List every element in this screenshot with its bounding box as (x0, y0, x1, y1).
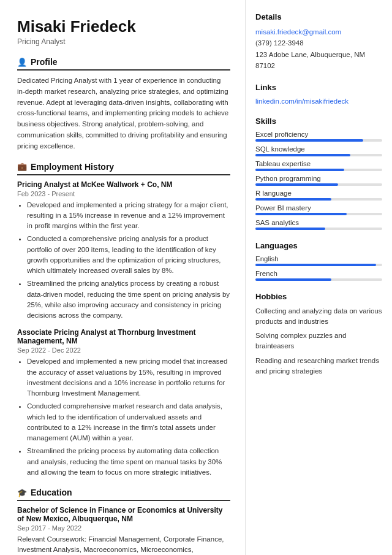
linkedin-link[interactable]: linkedin.com/in/misakifriedeck (255, 98, 349, 105)
skill-item: Excel proficiency (255, 131, 382, 142)
skill-bar-fill (255, 169, 344, 171)
education-section: 🎓 Education Bachelor of Science in Finan… (17, 488, 230, 555)
education-heading: 🎓 Education (17, 488, 230, 501)
language-item: French (255, 270, 382, 281)
skill-label: Tableau expertise (255, 160, 382, 167)
left-column: Misaki Friedeck Pricing Analyst 👤 Profil… (0, 0, 245, 555)
hobby-item: Solving complex puzzles and brainteasers (255, 331, 382, 352)
language-bar-bg (255, 278, 382, 281)
skill-label: R language (255, 189, 382, 197)
education-icon: 🎓 (17, 488, 27, 497)
employment-section: 💼 Employment History Pricing Analyst at … (17, 162, 230, 478)
job-bullets: Developed and implemented a pricing stra… (17, 200, 230, 321)
hobbies-heading: Hobbies (255, 292, 382, 301)
skill-bar-fill (255, 139, 363, 142)
profile-text: Dedicated Pricing Analyst with 1 year of… (17, 75, 230, 152)
skill-item: Tableau expertise (255, 160, 382, 171)
language-label: French (255, 270, 382, 277)
skill-item: R language (255, 189, 382, 201)
bullet-item: Conducted a comprehensive pricing analys… (27, 234, 230, 276)
language-bar-fill (255, 278, 331, 281)
profile-section: 👤 Profile Dedicated Pricing Analyst with… (17, 57, 230, 152)
hobby-item: Collecting and analyzing data on various… (255, 306, 382, 327)
skill-item: Python programming (255, 175, 382, 186)
skill-bar-fill (255, 228, 325, 230)
language-bar-bg (255, 264, 382, 266)
bullet-item: Streamlined the pricing process by autom… (27, 446, 230, 478)
education-degree: Bachelor of Science in Finance or Econom… (17, 506, 230, 523)
job-title: Associate Pricing Analyst at Thornburg I… (17, 328, 230, 345)
skill-bar-bg (255, 183, 382, 186)
skill-label: SAS analytics (255, 219, 382, 226)
right-column: Details misaki.friedeck@gmail.com (379) … (245, 0, 392, 555)
details-heading: Details (255, 12, 382, 21)
details-section: Details misaki.friedeck@gmail.com (379) … (255, 12, 382, 72)
links-section: Links linkedin.com/in/misakifriedeck (255, 83, 382, 105)
job-item: Associate Pricing Analyst at Thornburg I… (17, 328, 230, 478)
skill-label: SQL knowledge (255, 145, 382, 153)
education-date: Sep 2017 - May 2022 (17, 524, 230, 532)
skill-item: SQL knowledge (255, 145, 382, 156)
skill-bar-bg (255, 228, 382, 230)
email-link[interactable]: misaki.friedeck@gmail.com (255, 28, 341, 36)
skill-item: SAS analytics (255, 219, 382, 230)
language-label: English (255, 255, 382, 262)
skill-bar-fill (255, 198, 331, 201)
bullet-item: Developed and implemented a new pricing … (27, 356, 230, 399)
links-heading: Links (255, 83, 382, 92)
employment-icon: 💼 (17, 162, 27, 171)
hobby-item: Reading and researching market trends an… (255, 356, 382, 377)
page: Misaki Friedeck Pricing Analyst 👤 Profil… (0, 0, 392, 555)
profile-icon: 👤 (17, 58, 27, 67)
skill-item: Power BI mastery (255, 204, 382, 215)
skill-label: Power BI mastery (255, 204, 382, 212)
job-item: Pricing Analyst at McKee Wallwork + Co, … (17, 180, 230, 321)
bullet-item: Conducted comprehensive market research … (27, 401, 230, 443)
address: 123 Adobe Lane, Albuquerque, NM 87102 (255, 49, 382, 72)
languages-section: Languages English French (255, 241, 382, 281)
candidate-name: Misaki Friedeck (17, 17, 230, 36)
profile-heading: 👤 Profile (17, 57, 230, 71)
skill-bar-bg (255, 169, 382, 171)
skill-bar-bg (255, 139, 382, 142)
language-bar-fill (255, 264, 376, 266)
skill-bar-bg (255, 198, 382, 201)
bullet-item: Developed and implemented a pricing stra… (27, 200, 230, 232)
employment-heading: 💼 Employment History (17, 162, 230, 175)
skill-bar-bg (255, 213, 382, 215)
education-coursework: Relevant Coursework: Financial Managemen… (17, 534, 230, 555)
skill-bar-bg (255, 154, 382, 156)
skill-bar-fill (255, 154, 350, 156)
hobbies-section: Hobbies Collecting and analyzing data on… (255, 292, 382, 377)
bullet-item: Streamlined the pricing analytics proces… (27, 278, 230, 321)
skill-label: Python programming (255, 175, 382, 182)
job-date: Sep 2022 - Dec 2022 (17, 346, 230, 354)
phone-number: (379) 122-3948 (255, 37, 382, 48)
skill-bar-fill (255, 213, 347, 215)
resume-header: Misaki Friedeck Pricing Analyst (17, 17, 230, 46)
candidate-title: Pricing Analyst (17, 37, 230, 46)
job-bullets: Developed and implemented a new pricing … (17, 356, 230, 478)
languages-heading: Languages (255, 241, 382, 250)
skills-heading: Skills (255, 117, 382, 126)
skills-section: Skills Excel proficiency SQL knowledge T… (255, 117, 382, 230)
skill-bar-fill (255, 183, 338, 186)
job-title: Pricing Analyst at McKee Wallwork + Co, … (17, 180, 230, 189)
job-date: Feb 2023 - Present (17, 190, 230, 197)
skill-label: Excel proficiency (255, 131, 382, 138)
language-item: English (255, 255, 382, 266)
